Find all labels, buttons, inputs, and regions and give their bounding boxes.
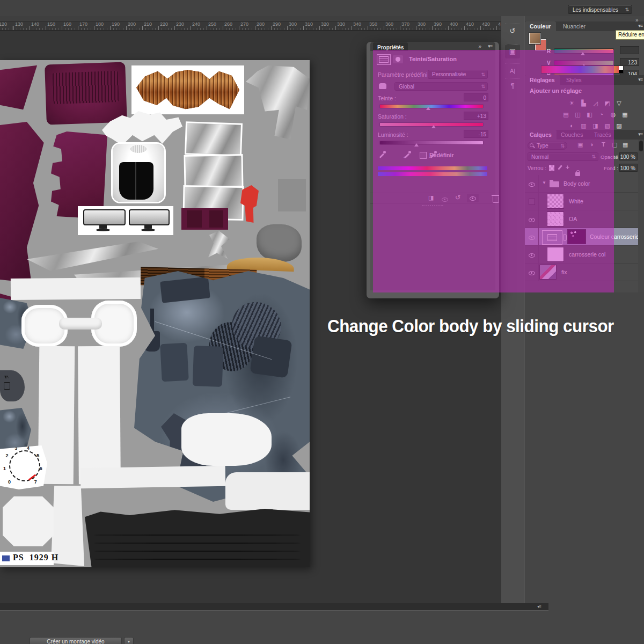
lock-transparency-icon[interactable] [549,165,554,171]
color-balance-icon[interactable]: ◫ [573,111,583,119]
lock-move-icon[interactable]: + [566,164,569,171]
posterize-icon[interactable]: ▥ [579,122,589,130]
eye-icon[interactable] [528,216,536,223]
tab-traces[interactable]: Tracés [589,130,616,140]
saturation-value[interactable]: +13 [464,112,488,120]
layers-panel-menu-icon[interactable]: ▾≡ [638,131,642,137]
vibrance-icon[interactable]: ▽ [614,99,624,107]
tab-nuancier[interactable]: Nuancier [558,21,590,31]
lightness-slider[interactable] [380,141,483,144]
eyedropper-icon[interactable] [378,151,387,159]
black-white-icon[interactable]: ◧ [584,111,595,119]
lightness-thumb[interactable] [414,143,419,147]
color-panel-menu-icon[interactable]: ▾≡ [638,23,642,28]
foreground-color-swatch[interactable] [529,32,541,45]
tab-styles[interactable]: Styles [561,75,587,85]
history-panel-icon[interactable]: ↺ [505,24,520,38]
layer-thumbnail[interactable] [547,194,564,208]
layer-name[interactable]: Body color [564,180,590,187]
layer-thumbnail[interactable] [547,212,564,226]
layer-name[interactable]: Couleur carrosserie [590,233,639,240]
tab-couleur[interactable]: Couleur [525,21,556,31]
panel-menu-icon[interactable]: ▾≡ [488,43,492,49]
previous-state-eye-icon[interactable] [441,196,449,202]
create-video-timeline-button[interactable]: Créer un montage vidéo [30,637,122,644]
layer-thumbnail[interactable] [547,247,564,261]
layer-row-fix[interactable]: fix [525,264,644,281]
curves-icon[interactable]: ◿ [590,99,601,107]
colorize-checkbox[interactable] [420,152,427,159]
channel-v-value[interactable]: 123 [620,58,639,66]
layer-row-group[interactable]: ▼ Body color [525,175,644,193]
visibility-cell[interactable] [525,175,539,192]
spectrum-black-cap[interactable] [619,70,623,73]
collapse-panel-icon[interactable]: » [478,43,481,49]
clip-to-layer-icon[interactable]: ◨ [428,194,434,201]
blend-mode-dropdown[interactable]: Normal ⇅ [528,152,598,161]
spectrum-white-cap[interactable] [619,66,623,70]
preset-dropdown[interactable]: Personnalisée ⇅ [428,70,488,79]
filter-smartobject-icon[interactable]: ▦ [623,141,628,148]
tab-couches[interactable]: Couches [556,130,588,140]
visibility-checkbox[interactable] [529,199,535,205]
delete-adjustment-icon[interactable] [493,196,499,203]
eyedropper-add-icon[interactable]: + [403,151,412,159]
visibility-cell[interactable] [525,210,539,228]
horizontal-ruler[interactable]: 1201301401501601701801902002102202302402… [0,21,501,31]
visibility-cell[interactable] [525,193,539,210]
channel-r-value[interactable] [620,46,639,54]
channel-dropdown[interactable]: Global ⇅ [394,82,488,91]
color-spectrum-ramp[interactable] [541,66,623,73]
character-panel-icon[interactable]: A| [505,63,520,78]
expander-icon[interactable]: ▼ [542,180,546,185]
layer-filter-dropdown[interactable]: Type ⇅ [528,142,567,150]
visibility-toggle-box[interactable] [467,194,479,202]
timeline-mode-dropdown[interactable]: ▾ [124,637,134,644]
opacity-value[interactable]: 100 % [619,152,638,160]
selective-color-icon[interactable]: ▨ [614,122,624,130]
adjustments-panel-menu-icon[interactable]: ▾≡ [638,77,642,82]
channel-mixer-icon[interactable]: ◍ [608,111,618,119]
hue-thumb[interactable] [426,107,430,110]
gradient-map-icon[interactable]: ▧ [602,122,612,130]
lightness-value[interactable]: -15 [464,130,488,138]
visibility-cell[interactable] [525,228,539,245]
panel-resize-grip[interactable] [422,205,443,206]
filter-shape-icon[interactable]: ▢ [612,141,617,148]
layer-name[interactable]: White [569,198,583,204]
scrollbar-thumb[interactable] [639,141,643,151]
properties-floating-window[interactable]: Propriétés » ▾≡ Teinte/Saturation Paramè… [367,42,499,298]
document-canvas[interactable]: 01234567 PS 1929 H [0,60,310,567]
layers-scrollbar[interactable] [638,140,644,292]
filter-adjustment-icon[interactable]: ◑ [590,141,594,148]
photo-filter-icon[interactable]: ◔ [596,111,606,119]
adjustment-layer-frame[interactable] [542,230,562,245]
hue-saturation-icon[interactable]: ▤ [561,111,571,119]
layer-mask-thumbnail[interactable] [568,230,586,244]
properties-tab[interactable]: Propriétés [373,42,408,51]
layer-row-white[interactable]: White [525,193,644,210]
properties-titlebar[interactable]: Propriétés » ▾≡ [370,42,495,51]
workspace-selector[interactable]: Les indispensables ⇅ [568,5,632,14]
clip-adjustment-icon[interactable] [393,55,403,63]
lock-paint-icon[interactable] [558,165,562,170]
eye-icon[interactable] [528,234,536,240]
saturation-thumb[interactable] [431,125,436,128]
fill-value[interactable]: 100 % [619,164,638,172]
tab-reglages[interactable]: Réglages [525,75,560,85]
filter-image-icon[interactable]: ▣ [577,141,583,148]
layer-row-oa[interactable]: OA [525,210,644,228]
eye-icon[interactable] [528,252,536,258]
layer-name[interactable]: fix [561,269,567,275]
eye-icon[interactable] [528,269,536,276]
layer-thumbnail[interactable] [540,265,556,279]
timeline-menu-icon[interactable]: ▾≡ [537,604,541,609]
levels-icon[interactable]: ▙ [579,99,589,107]
threshold-icon[interactable]: ◨ [590,122,601,130]
layer-name[interactable]: OA [569,216,577,222]
layer-name[interactable]: carrosserie col [569,251,605,258]
invert-icon[interactable]: ◐ [567,122,577,130]
eye-icon[interactable] [528,181,536,187]
hue-slider[interactable] [380,105,483,108]
tab-calques[interactable]: Calques [525,130,557,140]
